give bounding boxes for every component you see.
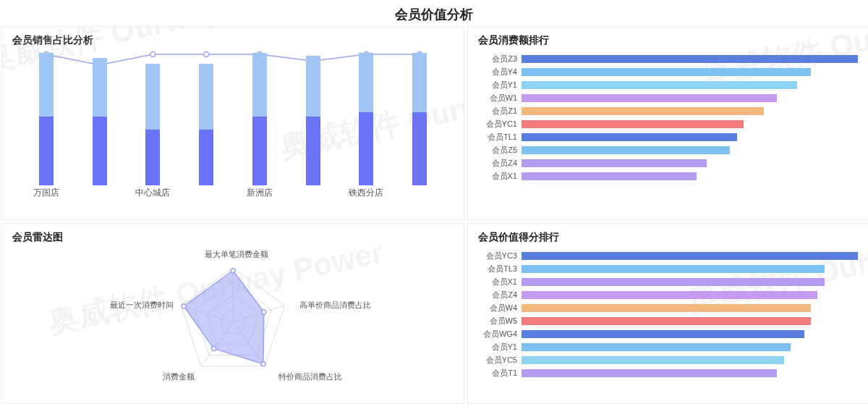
rank-bar — [522, 291, 817, 299]
rank-row: 会员Z4 — [478, 289, 858, 301]
rank-label: 会员Z4 — [478, 290, 522, 300]
rank-row: 会员W1 — [478, 92, 858, 104]
rank-label: 会员YC1 — [478, 119, 522, 130]
rank-bar — [522, 252, 858, 260]
rank-label: 会员Z1 — [478, 106, 522, 117]
rank-row: 会员TL3 — [478, 263, 858, 275]
rank-label: 会员YC5 — [478, 355, 522, 366]
panel-value-rank: 奥威软件 Ourway Power 会员价值得分排行 会员YC3会员TL3会员X… — [467, 223, 868, 404]
rank-row: 会员Z1 — [478, 105, 858, 117]
bar-slot — [412, 53, 427, 185]
chart-spend-rank[interactable]: 会员Z3会员Y4会员Y1会员W1会员Z1会员YC1会员TL1会员Z5会员Z4会员… — [478, 53, 858, 182]
rank-bar — [522, 369, 777, 377]
rank-bar — [522, 278, 825, 286]
bar-slot — [145, 53, 160, 185]
chart-radar[interactable]: 最大单笔消费金额高单价商品消费占比特价商品消费占比消费金额最近一次消费时间 — [12, 250, 454, 395]
rank-bar — [522, 159, 707, 167]
rank-bar — [522, 133, 737, 141]
rank-bar — [522, 343, 791, 351]
rank-bar — [522, 107, 764, 115]
panel-title-radar: 会员雷达图 — [12, 231, 454, 244]
rank-row: 会员Z4 — [478, 157, 858, 169]
bar-category-label — [393, 187, 446, 201]
bar-slot — [359, 53, 373, 185]
panel-title-value-rank: 会员价值得分排行 — [478, 231, 858, 244]
bar-category-label — [286, 187, 340, 201]
rank-label: 会员X1 — [478, 171, 522, 182]
bar-slot — [199, 53, 213, 185]
bar-slot — [39, 53, 54, 185]
rank-label: 会员W1 — [478, 93, 522, 104]
rank-row: 会员Z5 — [478, 144, 858, 156]
bar-category-label — [179, 187, 233, 201]
rank-row: 会员YC5 — [478, 354, 858, 366]
rank-label: 会员W5 — [478, 316, 522, 327]
radar-axis-label: 最大单笔消费金额 — [205, 249, 268, 260]
rank-row: 会员Z3 — [478, 53, 858, 65]
rank-bar — [522, 68, 811, 76]
panel-radar: 奥威软件 Ourway Power 会员雷达图 最大单笔消费金额高单价商品消费占… — [1, 223, 464, 404]
rank-bar — [522, 356, 784, 364]
bar-slot — [306, 53, 320, 185]
bar-slot — [93, 53, 107, 185]
rank-row: 会员W5 — [478, 315, 858, 327]
svg-point-22 — [182, 304, 186, 308]
dashboard-grid: 奥威软件 Ourway Power 奥威软件 Ourway Power 会员销售… — [0, 26, 868, 404]
radar-axis-label: 特价商品消费占比 — [278, 371, 342, 382]
rank-bar — [522, 172, 697, 180]
radar-axis-label: 最近一次消费时间 — [110, 300, 174, 311]
panel-title-sales-ratio: 会员销售占比分析 — [12, 34, 454, 47]
rank-label: 会员Y1 — [478, 80, 522, 91]
rank-label: 会员Z4 — [478, 158, 522, 169]
rank-row: 会员Y1 — [478, 341, 858, 353]
rank-label: 会员W4 — [478, 303, 522, 313]
rank-label: 会员WG4 — [478, 329, 522, 340]
bar-slot — [252, 53, 267, 185]
panel-spend-rank: 奥威软件 Ourway Power 会员消费额排行 会员Z3会员Y4会员Y1会员… — [467, 26, 868, 220]
rank-bar — [522, 304, 811, 312]
bar-category-label: 中心城店 — [127, 187, 180, 201]
rank-row: 会员W4 — [478, 302, 858, 314]
rank-label: 会员TL1 — [478, 132, 522, 143]
rank-label: 会员X1 — [478, 277, 522, 287]
rank-bar — [522, 120, 744, 128]
rank-label: 会员Y1 — [478, 342, 522, 353]
rank-bar — [522, 265, 825, 273]
rank-label: 会员TL3 — [478, 264, 522, 274]
chart-sales-ratio[interactable]: 万国店中心城店新洲店铁西分店 — [20, 53, 446, 201]
bar-category-label: 万国店 — [20, 187, 73, 201]
svg-point-18 — [231, 269, 235, 273]
bar-category-label: 新洲店 — [233, 187, 286, 201]
panel-sales-ratio: 奥威软件 Ourway Power 奥威软件 Ourway Power 会员销售… — [1, 26, 464, 220]
rank-bar — [522, 317, 811, 325]
rank-label: 会员T1 — [478, 368, 522, 379]
svg-point-21 — [212, 346, 216, 350]
rank-label: 会员YC3 — [478, 251, 522, 261]
page-title: 会员价值分析 — [0, 0, 868, 26]
radar-axis-label: 高单价商品消费占比 — [299, 300, 371, 311]
rank-bar — [522, 94, 777, 102]
rank-row: 会员YC1 — [478, 118, 858, 130]
svg-point-19 — [262, 310, 266, 314]
rank-row: 会员TL1 — [478, 131, 858, 143]
rank-row: 会员Y4 — [478, 66, 858, 78]
rank-label: 会员Z3 — [478, 54, 522, 64]
bar-category-label: 铁西分店 — [340, 187, 393, 201]
rank-row: 会员X1 — [478, 170, 858, 182]
rank-bar — [522, 55, 858, 63]
rank-row: 会员T1 — [478, 367, 858, 379]
rank-row: 会员X1 — [478, 276, 858, 288]
panel-title-spend-rank: 会员消费额排行 — [478, 34, 858, 47]
rank-bar — [522, 330, 804, 338]
rank-row: 会员Y1 — [478, 79, 858, 91]
rank-bar — [522, 81, 797, 89]
rank-label: 会员Z5 — [478, 145, 522, 156]
rank-bar — [522, 146, 730, 154]
rank-row: 会员YC3 — [478, 250, 858, 262]
svg-point-20 — [261, 362, 265, 366]
chart-value-rank[interactable]: 会员YC3会员TL3会员X1会员Z4会员W4会员W5会员WG4会员Y1会员YC5… — [478, 250, 858, 379]
radar-axis-label: 消费金额 — [163, 371, 195, 382]
rank-row: 会员WG4 — [478, 328, 858, 340]
rank-label: 会员Y4 — [478, 67, 522, 77]
bar-category-label — [73, 187, 127, 201]
